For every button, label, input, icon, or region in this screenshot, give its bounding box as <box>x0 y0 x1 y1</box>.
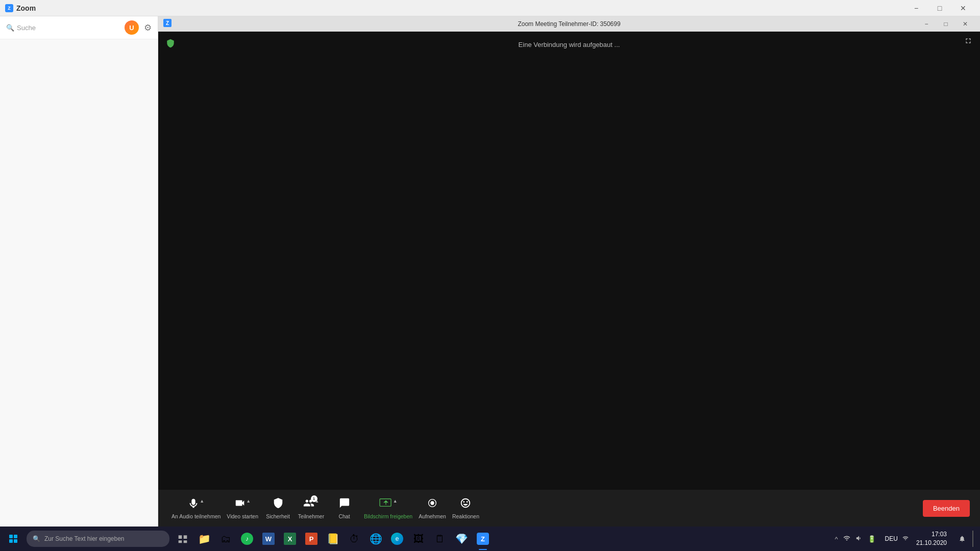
taskbar-spotify[interactable]: ♪ <box>236 527 258 551</box>
edge-icon: e <box>391 533 403 545</box>
audio-icon <box>188 497 199 512</box>
volume-icon[interactable] <box>853 533 865 545</box>
search-label: Suche <box>17 24 36 32</box>
settings-icon[interactable]: ⚙ <box>144 22 152 33</box>
meeting-close-button[interactable]: ✕ <box>955 16 975 32</box>
record-icon <box>427 497 438 512</box>
fullscreen-button[interactable] <box>964 37 972 46</box>
security-label: Sicherheit <box>266 513 290 519</box>
share-screen-button[interactable]: ▲ Bildschirm freigeben <box>361 495 415 521</box>
taskbar-search-icon: 🔍 <box>33 535 40 542</box>
close-button[interactable]: ✕ <box>951 0 975 16</box>
meeting-video-area: Eine Verbindung wird aufgebaut ... <box>158 32 980 490</box>
show-desktop-button[interactable] <box>972 527 977 551</box>
sticky-icon: 🗒 <box>433 532 447 546</box>
participants-icon-group: 1 ▲ <box>303 497 320 512</box>
chat-label: Chat <box>338 513 350 519</box>
taskbar-powerpoint[interactable]: P <box>301 527 322 551</box>
share-chevron: ▲ <box>393 498 398 504</box>
taskbar-search-placeholder: Zur Suche Text hier eingeben <box>44 535 125 542</box>
security-icon <box>273 497 284 512</box>
connection-status: Eine Verbindung wird aufgebaut ... <box>158 32 980 48</box>
onenote-icon: 📒 <box>326 532 340 546</box>
app12-icon: 💎 <box>454 532 469 546</box>
minimize-button[interactable]: − <box>904 0 928 16</box>
chrome-icon: 🌐 <box>369 532 383 546</box>
window-controls: − □ ✕ <box>904 0 975 16</box>
meeting-maximize-button[interactable]: □ <box>936 16 955 32</box>
chevron-up-icon[interactable]: ^ <box>832 533 840 545</box>
reactions-button[interactable]: Reaktionen <box>449 495 482 521</box>
taskbar-excel[interactable]: X <box>279 527 301 551</box>
meeting-subwindow: Z Zoom Meeting Teilnehmer-ID: 350699 − □… <box>158 16 980 527</box>
clock-date: 21.10.2020 <box>916 539 947 547</box>
notification-button[interactable] <box>954 527 970 551</box>
task-view-icon <box>176 532 190 546</box>
taskbar-chrome[interactable]: 🌐 <box>365 527 386 551</box>
user-avatar[interactable]: U <box>125 20 139 35</box>
participants-button[interactable]: 1 ▲ Teilnehmer <box>295 495 328 521</box>
svg-rect-2 <box>380 498 391 506</box>
audio-button[interactable]: ▲ An Audio teilnehmen <box>168 495 224 521</box>
audio-chevron: ▲ <box>200 498 204 504</box>
zoom-taskbar-icon: Z <box>477 533 489 545</box>
taskbar-word[interactable]: W <box>258 527 279 551</box>
taskbar-onenote[interactable]: 📒 <box>322 527 344 551</box>
taskbar-sticky[interactable]: 🗒 <box>429 527 451 551</box>
files-icon: 🗂 <box>218 532 233 546</box>
word-icon: W <box>262 533 275 545</box>
windows-icon <box>9 535 17 543</box>
taskbar-edge[interactable]: e <box>386 527 408 551</box>
reactions-label: Reaktionen <box>452 513 479 519</box>
clock-area[interactable]: 17:03 21.10.2020 <box>911 530 952 547</box>
zoom-logo: Z <box>5 4 13 12</box>
end-meeting-button[interactable]: Beenden <box>923 500 970 517</box>
photos-icon: 🖼 <box>411 532 426 546</box>
meeting-minimize-button[interactable]: − <box>917 16 936 32</box>
taskbar-explorer[interactable]: 📁 <box>193 527 215 551</box>
task-view-button[interactable] <box>172 527 193 551</box>
battery-icon[interactable]: 🔋 <box>866 533 878 545</box>
start-button[interactable] <box>3 527 24 551</box>
wifi-icon[interactable] <box>841 533 852 545</box>
audio-icon-group: ▲ <box>188 497 204 512</box>
share-label: Bildschirm freigeben <box>364 513 412 519</box>
taskbar-files[interactable]: 🗂 <box>215 527 236 551</box>
taskbar-photos[interactable]: 🖼 <box>408 527 429 551</box>
language-indicator[interactable]: DEU <box>883 534 900 543</box>
zoom-sidebar-header: 🔍 Suche U ⚙ <box>0 16 158 39</box>
zoom-top-bar: Z Zoom − □ ✕ <box>0 0 980 16</box>
share-icon-group: ▲ <box>379 497 398 512</box>
meeting-icon: Z <box>163 19 172 29</box>
reactions-icon <box>460 497 471 512</box>
video-chevron: ▲ <box>246 498 251 504</box>
taskbar-zoom[interactable]: Z <box>472 527 494 551</box>
taskbar-search[interactable]: 🔍 Zur Suche Text hier eingeben <box>27 531 169 547</box>
security-button[interactable]: Sicherheit <box>261 495 295 521</box>
maximize-button[interactable]: □ <box>928 0 951 16</box>
chat-icon <box>339 497 350 512</box>
app7-icon: ⏱ <box>347 532 361 546</box>
zoom-sidebar: 🔍 Suche U ⚙ <box>0 16 158 527</box>
search-area[interactable]: 🔍 Suche <box>6 24 119 32</box>
meeting-title: Zoom Meeting Teilnehmer-ID: 350699 <box>518 20 620 28</box>
excel-icon: X <box>284 533 296 545</box>
video-button[interactable]: ▲ Video starten <box>224 495 261 521</box>
zoom-window: Z Zoom − □ ✕ 🔍 Suche U <box>0 0 980 527</box>
svg-text:Z: Z <box>166 20 169 26</box>
explorer-icon: 📁 <box>197 532 211 546</box>
zoom-content: 🔍 Suche U ⚙ Z <box>0 16 980 527</box>
video-icon <box>234 497 246 512</box>
wifi-status <box>902 535 909 542</box>
participants-count: 1 <box>311 495 317 502</box>
share-icon <box>379 497 393 512</box>
search-icon: 🔍 <box>6 24 14 32</box>
chat-button[interactable]: Chat <box>328 495 361 521</box>
video-icon-group: ▲ <box>234 497 251 512</box>
record-button[interactable]: Aufnehmen <box>415 495 449 521</box>
taskbar-app7[interactable]: ⏱ <box>344 527 365 551</box>
taskbar-app12[interactable]: 💎 <box>451 527 472 551</box>
video-label: Video starten <box>227 513 258 519</box>
notification-area: ^ 🔋 <box>830 533 880 545</box>
record-label: Aufnehmen <box>419 513 446 519</box>
